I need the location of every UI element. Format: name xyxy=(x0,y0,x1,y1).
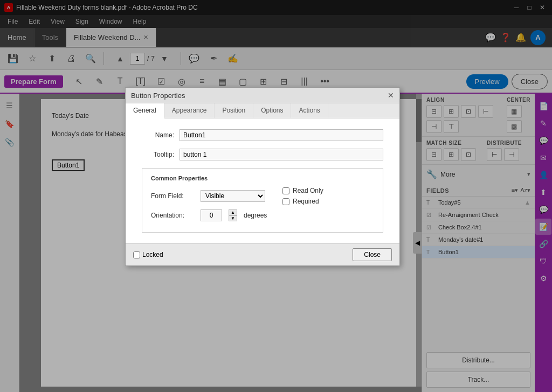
tab-actions[interactable]: Actions xyxy=(291,103,328,118)
modal-overlay: Button Properties ✕ General Appearance P… xyxy=(0,0,552,392)
name-label: Name: xyxy=(142,131,174,139)
tooltip-row: Tooltip: xyxy=(142,149,383,160)
tab-general[interactable]: General xyxy=(126,103,164,118)
modal-title: Button Properties xyxy=(131,92,185,100)
degrees-label: degrees xyxy=(244,212,267,219)
tab-position[interactable]: Position xyxy=(215,103,253,118)
orientation-label: Orientation: xyxy=(151,212,194,219)
locked-label: Locked xyxy=(142,251,163,258)
form-field-select[interactable]: Visible Hidden xyxy=(201,190,265,202)
tab-options[interactable]: Options xyxy=(253,103,291,118)
modal-body: Name: Tooltip: Common Properties Form Fi… xyxy=(126,118,399,243)
modal-titlebar: Button Properties ✕ xyxy=(126,88,399,103)
orientation-stepper[interactable]: ▲ ▼ xyxy=(229,209,237,221)
name-input[interactable] xyxy=(180,129,383,141)
button-properties-modal: Button Properties ✕ General Appearance P… xyxy=(125,87,400,266)
locked-checkbox[interactable] xyxy=(133,251,140,258)
orientation-row: Orientation: ▲ ▼ degrees xyxy=(151,209,374,221)
read-only-row: Read Only xyxy=(282,187,323,194)
read-only-label: Read Only xyxy=(293,187,323,194)
modal-close-button[interactable]: ✕ xyxy=(388,91,394,100)
modal-tabs: General Appearance Position Options Acti… xyxy=(126,103,399,118)
orientation-input[interactable] xyxy=(201,209,222,221)
name-row: Name: xyxy=(142,129,383,141)
modal-footer: Locked Close xyxy=(126,243,399,265)
common-props-title: Common Properties xyxy=(151,175,374,181)
form-field-row: Form Field: Visible Hidden Read Only Req… xyxy=(151,187,374,205)
tooltip-input[interactable] xyxy=(180,149,383,160)
tooltip-label: Tooltip: xyxy=(142,151,174,158)
tab-appearance[interactable]: Appearance xyxy=(164,103,215,118)
required-checkbox[interactable] xyxy=(282,198,289,205)
form-field-label: Form Field: xyxy=(151,192,194,200)
locked-row: Locked xyxy=(133,251,163,258)
orientation-down-button[interactable]: ▼ xyxy=(229,215,237,221)
modal-close-footer-button[interactable]: Close xyxy=(353,248,392,261)
common-properties-section: Common Properties Form Field: Visible Hi… xyxy=(142,168,383,233)
required-row: Required xyxy=(282,198,323,205)
orientation-up-button[interactable]: ▲ xyxy=(229,209,237,215)
read-only-checkbox[interactable] xyxy=(282,187,289,194)
required-label: Required xyxy=(293,198,319,205)
